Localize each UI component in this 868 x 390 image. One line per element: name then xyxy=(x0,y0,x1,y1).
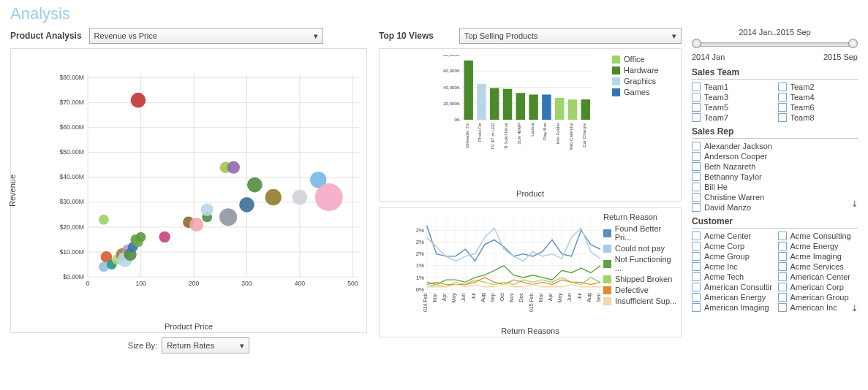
checkbox-icon[interactable] xyxy=(778,232,787,240)
checkbox-icon[interactable] xyxy=(778,113,787,122)
filter-head-sales-rep: Sales Rep ⇣ xyxy=(692,126,858,139)
checkbox-icon[interactable] xyxy=(778,283,787,291)
filter-checkbox-item[interactable]: Team1 xyxy=(692,83,772,91)
filter-checkbox-item[interactable]: Team3 xyxy=(692,93,772,102)
legend-item[interactable]: Graphics xyxy=(612,77,676,85)
legend-item[interactable]: Games xyxy=(612,88,676,96)
filter-checkbox-item[interactable]: Team2 xyxy=(778,83,858,91)
filter-checkbox-item[interactable]: Team7 xyxy=(692,113,772,122)
filter-checkbox-item[interactable]: Bill He xyxy=(692,183,858,191)
legend-item[interactable]: Could not pay xyxy=(603,244,678,253)
filter-checkbox-item[interactable]: Team6 xyxy=(778,103,858,112)
checkbox-icon[interactable] xyxy=(692,142,701,150)
svg-rect-86 xyxy=(581,99,590,120)
filter-checkbox-item[interactable]: Acme Group xyxy=(692,252,772,261)
filter-checkbox-item[interactable]: American Inc xyxy=(778,303,858,312)
checkbox-icon[interactable] xyxy=(692,283,701,291)
line-x-axis-label: Return Reasons xyxy=(501,326,559,335)
svg-text:6TB Solid Drive: 6TB Solid Drive xyxy=(503,122,508,150)
filter-checkbox-item[interactable]: Acme Center xyxy=(692,232,772,240)
checkbox-icon[interactable] xyxy=(692,152,701,161)
svg-text:SLR 40MP: SLR 40MP xyxy=(516,123,521,145)
svg-point-55 xyxy=(293,190,308,205)
svg-text:2%: 2% xyxy=(416,239,424,245)
checkbox-icon[interactable] xyxy=(778,293,787,302)
filter-checkbox-item[interactable]: David Manzo xyxy=(692,203,858,212)
checkbox-icon[interactable] xyxy=(692,83,701,91)
filter-checkbox-item[interactable]: Team8 xyxy=(778,113,858,122)
checkbox-icon[interactable] xyxy=(692,293,701,302)
filter-checkbox-item[interactable]: American Corp xyxy=(778,283,858,291)
checkbox-icon[interactable] xyxy=(692,183,701,191)
filter-checkbox-item[interactable]: Christine Warren xyxy=(692,193,858,202)
filter-checkbox-item[interactable]: Acme Consulting xyxy=(778,232,858,240)
filter-checkbox-item[interactable]: Acme Corp xyxy=(692,242,772,251)
filter-checkbox-item[interactable]: American Center xyxy=(778,272,858,281)
mid-header-row: Top 10 Views Top Selling Products xyxy=(379,28,682,44)
checkbox-icon[interactable] xyxy=(778,303,787,312)
checkbox-icon[interactable] xyxy=(692,172,701,181)
checkbox-icon[interactable] xyxy=(778,262,787,271)
svg-text:100: 100 xyxy=(135,280,146,287)
legend-item[interactable]: Hardware xyxy=(612,66,676,74)
filter-checkbox-item[interactable]: Team4 xyxy=(778,93,858,102)
checkbox-icon[interactable] xyxy=(692,303,701,312)
svg-point-42 xyxy=(136,232,146,242)
filter-checkbox-item[interactable]: American Group xyxy=(778,293,858,302)
column-left: Product Analysis Revenue vs Price Revenu… xyxy=(0,28,373,359)
filter-checkbox-item[interactable]: American Consulting xyxy=(692,283,772,291)
checkbox-icon[interactable] xyxy=(692,203,701,212)
legend-item[interactable]: Office xyxy=(612,55,676,64)
filter-checkbox-item[interactable]: Acme Inc xyxy=(692,262,772,271)
svg-rect-76 xyxy=(516,93,525,120)
checkbox-icon[interactable] xyxy=(692,242,701,251)
checkbox-icon[interactable] xyxy=(692,93,701,102)
scroll-down-icon[interactable]: ⇣ xyxy=(851,304,858,313)
checkbox-icon[interactable] xyxy=(692,232,701,240)
bar-svg: 0K20,000K40,000K60,000K80,000KEReader 7I… xyxy=(423,55,608,150)
legend-item[interactable]: Shipped Broken xyxy=(603,275,678,283)
filter-sales-team: Team1Team2Team3Team4Team5Team6Team7Team8 xyxy=(692,83,858,122)
checkbox-icon[interactable] xyxy=(692,113,701,122)
column-right: 2014 Jan..2015 Sep 2014 Jan 2015 Sep Sal… xyxy=(687,28,868,359)
filter-checkbox-item[interactable]: Beth Nazareth xyxy=(692,162,858,171)
checkbox-icon[interactable] xyxy=(692,272,701,281)
checkbox-icon[interactable] xyxy=(778,93,787,102)
svg-text:Oct: Oct xyxy=(499,293,505,301)
line-svg: 0%1%1%2%2%2%2014 FebMarAprMayJunJulAugSe… xyxy=(409,214,600,312)
scroll-down-icon[interactable]: ⇣ xyxy=(851,199,858,209)
legend-item[interactable]: Insufficient Sup... xyxy=(603,297,678,305)
top10-select[interactable]: Top Selling Products xyxy=(459,28,682,44)
svg-text:20,000K: 20,000K xyxy=(443,101,461,106)
filter-checkbox-item[interactable]: Team5 xyxy=(692,103,772,112)
checkbox-icon[interactable] xyxy=(778,252,787,261)
filter-checkbox-item[interactable]: American Imaging xyxy=(692,303,772,312)
checkbox-icon[interactable] xyxy=(778,103,787,112)
svg-text:$70.00M: $70.00M xyxy=(59,99,84,106)
filter-checkbox-item[interactable]: Acme Services xyxy=(778,262,858,271)
filter-checkbox-item[interactable]: Acme Imaging xyxy=(778,252,858,261)
checkbox-icon[interactable] xyxy=(692,162,701,171)
checkbox-icon[interactable] xyxy=(692,262,701,271)
checkbox-icon[interactable] xyxy=(778,272,787,281)
filter-checkbox-item[interactable]: Acme Energy xyxy=(778,242,858,251)
filter-checkbox-item[interactable]: Alexander Jackson xyxy=(692,142,858,150)
filter-checkbox-item[interactable]: Acme Tech xyxy=(692,272,772,281)
product-analysis-select[interactable]: Revenue vs Price xyxy=(89,28,323,44)
filter-checkbox-item[interactable]: Anderson Cooper xyxy=(692,152,858,161)
checkbox-icon[interactable] xyxy=(778,242,787,251)
svg-text:$60.00M: $60.00M xyxy=(59,123,84,131)
legend-item[interactable]: Defective xyxy=(603,286,678,294)
filter-checkbox-item[interactable]: American Energy xyxy=(692,293,772,302)
checkbox-icon[interactable] xyxy=(692,103,701,112)
legend-item[interactable]: Not Functioning ... xyxy=(603,255,678,272)
svg-text:EReader 7In: EReader 7In xyxy=(464,122,469,148)
legend-item[interactable]: Found Better Pri... xyxy=(603,224,678,242)
timeline-slider[interactable] xyxy=(692,38,858,51)
checkbox-icon[interactable] xyxy=(692,193,701,202)
filter-checkbox-item[interactable]: Bethanny Taylor xyxy=(692,172,858,181)
svg-rect-80 xyxy=(542,94,551,119)
size-by-select[interactable]: Return Rates xyxy=(162,337,249,353)
checkbox-icon[interactable] xyxy=(692,252,701,261)
checkbox-icon[interactable] xyxy=(778,83,787,91)
